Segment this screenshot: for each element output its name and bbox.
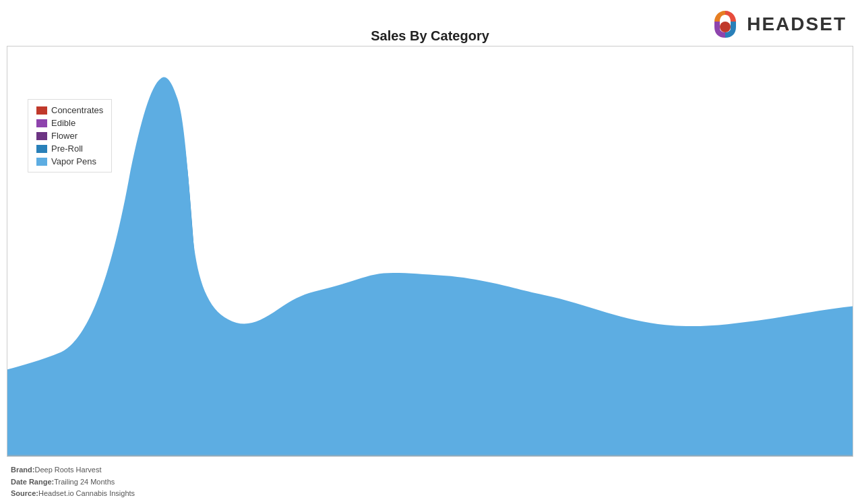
footer-date-range: Date Range:Trailing 24 Months	[11, 476, 135, 489]
legend-item-preroll: Pre-Roll	[36, 144, 103, 154]
page-container: HEADSET Sales By Category Concentrates E…	[0, 0, 860, 504]
legend-color-flower	[36, 132, 47, 140]
chart-title: Sales By Category	[0, 28, 860, 44]
footer-brand-value: Deep Roots Harvest	[34, 466, 101, 474]
legend-label-flower: Flower	[51, 131, 78, 141]
footer-date-label: Date Range:	[11, 478, 54, 486]
legend-label-edible: Edible	[51, 118, 75, 128]
legend-label-vaporpens: Vapor Pens	[51, 156, 96, 166]
footer-brand: Brand:Deep Roots Harvest	[11, 464, 135, 476]
legend-label-preroll: Pre-Roll	[51, 144, 83, 154]
area-chart-svg: 2023-01 2023-04 2023-07 2023-10 2024-01 …	[7, 46, 853, 456]
legend-item-flower: Flower	[36, 131, 103, 141]
footer-date-value: Trailing 24 Months	[54, 478, 115, 486]
legend-item-concentrates: Concentrates	[36, 105, 103, 115]
footer-brand-label: Brand:	[11, 466, 34, 474]
legend-color-preroll	[36, 145, 47, 153]
chart-area: Concentrates Edible Flower Pre-Roll Vapo…	[7, 46, 853, 457]
legend-color-edible	[36, 119, 47, 127]
footer-source-value: Headset.io Cannabis Insights	[38, 489, 135, 497]
footer-info: Brand:Deep Roots Harvest Date Range:Trai…	[11, 464, 135, 500]
footer-source: Source:Headset.io Cannabis Insights	[11, 488, 135, 500]
legend-item-edible: Edible	[36, 118, 103, 128]
legend-color-vaporpens	[36, 158, 47, 166]
vaporpens-area	[7, 77, 853, 456]
chart-legend: Concentrates Edible Flower Pre-Roll Vapo…	[28, 99, 112, 172]
footer-source-label: Source:	[11, 489, 38, 497]
legend-item-vaporpens: Vapor Pens	[36, 156, 103, 166]
legend-color-concentrates	[36, 106, 47, 115]
legend-label-concentrates: Concentrates	[51, 105, 103, 115]
